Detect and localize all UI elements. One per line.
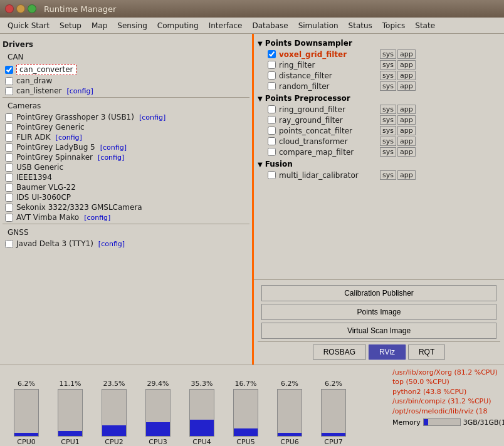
sekonix-checkbox[interactable]: [5, 204, 13, 212]
menu-simulation[interactable]: Simulation: [293, 19, 344, 32]
preprocessor-title: Points Preprocessor: [265, 94, 350, 103]
virtual-scan-image-button[interactable]: Virtual Scan Image: [261, 323, 496, 339]
voxel-sys-tag[interactable]: sys: [380, 49, 396, 59]
points-downsampler-collapse[interactable]: ▼ Points Downsampler: [258, 39, 500, 48]
javad-config[interactable]: [config]: [98, 240, 125, 248]
distance-filter-checkbox[interactable]: [268, 71, 276, 80]
compare-map-app-tag[interactable]: app: [397, 147, 416, 157]
titlebar: Runtime Manager: [0, 0, 504, 18]
menu-interface[interactable]: Interface: [204, 19, 248, 32]
menu-computing[interactable]: Computing: [152, 19, 204, 32]
ring-filter-checkbox[interactable]: [268, 61, 276, 69]
pointgrey-generic-label[interactable]: PointGrey Generic: [16, 123, 85, 132]
flir-adk-label[interactable]: FLIR ADK: [16, 133, 51, 142]
points-image-button[interactable]: Points Image: [261, 304, 496, 320]
avt-checkbox[interactable]: [5, 214, 13, 222]
pointgrey-generic-checkbox[interactable]: [5, 123, 13, 132]
ids-label[interactable]: IDS UI-3060CP: [16, 193, 71, 202]
ring-ground-checkbox[interactable]: [268, 105, 276, 113]
can-draw-label[interactable]: can_draw: [16, 76, 52, 85]
distance-app-tag[interactable]: app: [397, 71, 416, 80]
close-button[interactable]: [5, 4, 14, 13]
can-listener-label[interactable]: can_listener: [16, 86, 62, 95]
cloud-transformer-row: cloud_transformer sys app: [258, 136, 500, 147]
pointgrey-spinnaker-config[interactable]: [config]: [98, 153, 124, 162]
pointgrey-ladybug-config[interactable]: [config]: [100, 143, 127, 152]
downsampler-title: Points Downsampler: [265, 39, 352, 48]
ray-ground-checkbox[interactable]: [268, 116, 276, 124]
menu-topics[interactable]: Topics: [377, 19, 410, 32]
can-converter-selected: can_converter: [16, 64, 76, 75]
pointgrey-spinnaker-checkbox[interactable]: [5, 153, 13, 162]
compare-map-sys-tag[interactable]: sys: [380, 147, 396, 157]
points-concat-sys-tag[interactable]: sys: [380, 126, 396, 135]
pointgrey-grasshopper-checkbox[interactable]: [5, 113, 13, 122]
distance-sys-tag[interactable]: sys: [380, 71, 396, 80]
menu-state[interactable]: State: [410, 19, 440, 32]
avt-label[interactable]: AVT Vimba Mako: [16, 213, 79, 222]
ray-ground-sys-tag[interactable]: sys: [380, 115, 396, 125]
points-concat-checkbox[interactable]: [268, 127, 276, 135]
cpu5-bar-container: [233, 389, 258, 437]
menu-map[interactable]: Map: [87, 19, 112, 32]
voxel-grid-checkbox[interactable]: [268, 50, 276, 58]
maximize-button[interactable]: [28, 4, 36, 13]
multi-lidar-app-tag[interactable]: app: [397, 170, 416, 180]
baumer-label[interactable]: Baumer VLG-22: [16, 183, 76, 192]
can-listener-config[interactable]: [config]: [67, 87, 93, 95]
usb-generic-checkbox[interactable]: [5, 163, 13, 172]
ring-ground-app-tag[interactable]: app: [397, 105, 416, 114]
ring-sys-tag[interactable]: sys: [380, 60, 396, 70]
baumer-checkbox[interactable]: [5, 184, 13, 192]
can-converter-checkbox[interactable]: [5, 66, 13, 74]
multi-lidar-sys-tag[interactable]: sys: [380, 170, 396, 180]
menu-database[interactable]: Database: [247, 19, 293, 32]
cloud-transformer-checkbox[interactable]: [268, 137, 276, 145]
flir-adk-checkbox[interactable]: [5, 133, 13, 142]
can-listener-checkbox[interactable]: [5, 87, 13, 95]
menu-status[interactable]: Status: [344, 19, 377, 32]
pointgrey-spinnaker-label[interactable]: PointGrey Spinnaker: [16, 153, 93, 162]
menu-setup[interactable]: Setup: [55, 19, 87, 32]
javad-label[interactable]: Javad Delta 3 (TTY1): [16, 239, 93, 248]
cloud-transformer-app-tag[interactable]: app: [397, 137, 416, 146]
ieee1394-checkbox[interactable]: [5, 174, 13, 182]
multi-lidar-checkbox[interactable]: [268, 171, 276, 179]
rosbag-button[interactable]: ROSBAG: [313, 345, 366, 360]
menu-quickstart[interactable]: Quick Start: [3, 19, 55, 32]
ring-app-tag[interactable]: app: [397, 60, 416, 70]
cpu6-column: 6.2%CPU6: [268, 380, 311, 446]
voxel-app-tag[interactable]: app: [397, 49, 416, 59]
fusion-collapse[interactable]: ▼ Fusion: [258, 160, 500, 169]
pointgrey-ladybug-label[interactable]: PointGrey LadyBug 5: [16, 143, 95, 152]
minimize-button[interactable]: [16, 4, 25, 13]
calibration-publisher-button[interactable]: Calibration Publisher: [261, 285, 496, 301]
ieee1394-label[interactable]: IEEE1394: [16, 173, 52, 182]
left-panel: Drivers CAN can_converter can_draw can_l…: [0, 34, 254, 365]
compare-map-checkbox[interactable]: [268, 148, 276, 156]
pointgrey-grasshopper-config[interactable]: [config]: [139, 113, 165, 122]
menu-sensing[interactable]: Sensing: [112, 19, 152, 32]
ray-ground-app-tag[interactable]: app: [397, 115, 416, 125]
pointgrey-grasshopper-label[interactable]: PointGrey Grasshoper 3 (USB1): [16, 113, 134, 122]
ring-ground-sys-tag[interactable]: sys: [380, 105, 396, 114]
cpu3-bar-fill: [146, 422, 170, 436]
javad-checkbox[interactable]: [5, 240, 13, 248]
avt-config[interactable]: [config]: [84, 214, 110, 222]
usb-generic-label[interactable]: USB Generic: [16, 163, 63, 172]
flir-adk-config[interactable]: [config]: [56, 133, 82, 142]
random-filter-checkbox[interactable]: [268, 82, 276, 90]
random-sys-tag[interactable]: sys: [380, 81, 396, 91]
baumer-item: Baumer VLG-22: [3, 182, 249, 192]
can-draw-checkbox[interactable]: [5, 77, 13, 85]
points-concat-app-tag[interactable]: app: [397, 126, 416, 135]
pointgrey-ladybug-checkbox[interactable]: [5, 143, 13, 152]
points-preprocessor-collapse[interactable]: ▼ Points Preprocessor: [258, 94, 500, 103]
rviz-button[interactable]: RViz: [369, 345, 406, 360]
rqt-button[interactable]: RQT: [408, 345, 445, 360]
random-app-tag[interactable]: app: [397, 81, 416, 91]
cloud-transformer-sys-tag[interactable]: sys: [380, 137, 396, 146]
sekonix-label[interactable]: Sekonix 3322/3323 GMSLCamera: [16, 203, 142, 212]
ids-checkbox[interactable]: [5, 194, 13, 202]
can-converter-label[interactable]: can_converter: [19, 65, 73, 74]
